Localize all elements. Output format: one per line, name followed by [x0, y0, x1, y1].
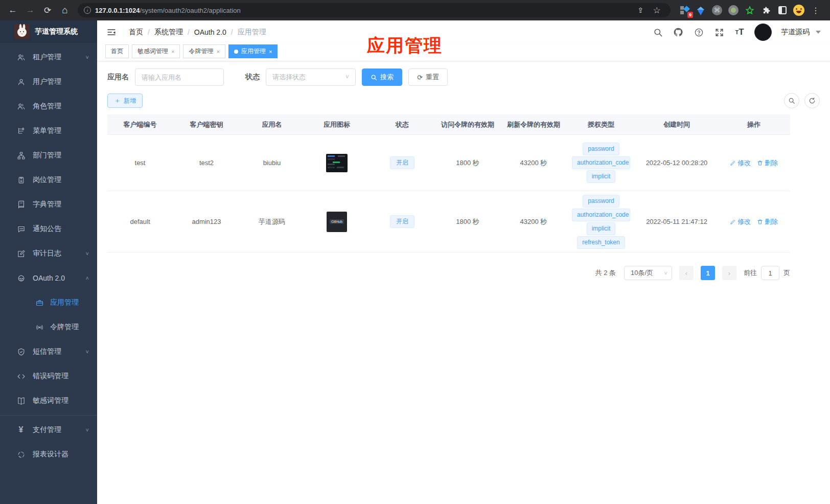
delete-button[interactable]: 删除: [757, 158, 778, 168]
help-icon[interactable]: [693, 27, 704, 38]
sidebar-item-errorcode[interactable]: 错误码管理: [0, 364, 97, 388]
yen-icon: ¥: [16, 425, 26, 434]
reset-button[interactable]: ⟳ 重置: [408, 68, 448, 86]
page-suffix-label: 页: [783, 268, 790, 278]
chevron-down-icon: ˅: [86, 349, 89, 355]
browser-home-button[interactable]: ⌂: [57, 3, 73, 18]
sidebar-item-post[interactable]: 岗位管理: [0, 168, 97, 192]
browser-menu-icon[interactable]: ⋮: [810, 6, 822, 15]
page-number-button[interactable]: 1: [701, 266, 715, 280]
app-logo-rabbit-icon: [14, 24, 30, 39]
sidebar-item-oauth2[interactable]: OAuth 2.0 ˄: [0, 266, 97, 290]
user-avatar[interactable]: [754, 24, 772, 41]
breadcrumb-system[interactable]: 系统管理: [154, 28, 183, 37]
bookmark-star-icon[interactable]: ☆: [649, 3, 664, 18]
table-row: default admin123 芋道源码 GitHub 开启 1800 秒 4…: [107, 191, 790, 253]
goto-page-input[interactable]: [761, 266, 779, 280]
status-badge[interactable]: 开启: [390, 156, 414, 169]
breadcrumb-home[interactable]: 首页: [129, 28, 143, 37]
search-icon[interactable]: [652, 27, 663, 38]
page-size-select[interactable]: 10条/页˅: [624, 266, 672, 280]
edit-button[interactable]: 修改: [730, 217, 751, 226]
profile-avatar-icon[interactable]: [793, 5, 804, 16]
sidebar-menu: 租户管理 ˅ 用户管理 角色管理 菜单管理 部门管理 岗位管理: [0, 43, 97, 504]
briefcase-icon: [35, 298, 44, 307]
extensions-puzzle-icon[interactable]: [760, 5, 772, 16]
sidebar-item-sms[interactable]: 短信管理 ˅: [0, 339, 97, 364]
grant-type-tags: password authorization_code implicit ref…: [568, 195, 634, 249]
fullscreen-icon[interactable]: [713, 27, 725, 38]
extension-star-icon[interactable]: [744, 5, 755, 16]
sidebar-collapse-icon[interactable]: [106, 27, 117, 37]
close-icon[interactable]: ×: [269, 49, 272, 55]
sidebar-item-tenant[interactable]: 租户管理 ˅: [0, 45, 97, 70]
extension-grid-icon[interactable]: 9: [679, 5, 690, 16]
grant-tag: authorization_code: [572, 209, 630, 221]
search-button[interactable]: 搜索: [362, 68, 402, 86]
sidebar-item-menu[interactable]: 菜单管理: [0, 119, 97, 143]
browser-back-button[interactable]: ←: [5, 3, 20, 18]
signal-broadcast-icon: [35, 323, 44, 332]
share-icon[interactable]: ⇪: [633, 3, 648, 18]
app-name-input[interactable]: [135, 68, 224, 86]
sidebar-item-notice[interactable]: 通知公告: [0, 217, 97, 241]
grant-tag: authorization_code: [572, 156, 630, 169]
chat-bubble-icon: [16, 224, 26, 234]
report-wheel-icon: [16, 450, 26, 459]
tab-token[interactable]: 令牌管理×: [183, 44, 225, 58]
status-badge[interactable]: 开启: [390, 215, 414, 228]
chevron-down-icon: ˅: [86, 250, 89, 257]
sidebar-item-report-designer[interactable]: 报表设计器: [0, 442, 97, 467]
extension-record-icon[interactable]: [728, 5, 739, 16]
sidebar-item-sensitive-word[interactable]: 敏感词管理: [0, 388, 97, 413]
roles-icon: [16, 102, 26, 111]
sidebar-item-dict[interactable]: 字典管理: [0, 192, 97, 217]
sidebar-item-payment[interactable]: ¥ 支付管理 ˅: [0, 418, 97, 442]
font-size-icon[interactable]: TT: [734, 27, 745, 38]
extension-command-icon[interactable]: ⌘: [711, 5, 723, 16]
sidebar-item-audit-log[interactable]: 审计日志 ˅: [0, 241, 97, 266]
book-icon: [16, 200, 26, 209]
delete-button[interactable]: 删除: [757, 217, 778, 226]
edit-button[interactable]: 修改: [730, 158, 751, 168]
next-page-button[interactable]: ›: [722, 266, 736, 280]
github-icon[interactable]: [673, 27, 684, 38]
grant-tag: implicit: [587, 170, 616, 183]
chevron-down-icon: ˅: [664, 270, 667, 276]
site-info-icon[interactable]: i: [84, 7, 91, 14]
status-select[interactable]: 请选择状态˅: [266, 68, 356, 86]
address-bar[interactable]: i 127.0.0.1:1024/system/oauth2/oauth2/ap…: [78, 3, 671, 17]
url-text: 127.0.0.1:1024/system/oauth2/oauth2/appl…: [95, 7, 241, 14]
close-icon[interactable]: ×: [216, 49, 219, 55]
refresh-table-button[interactable]: [804, 93, 820, 108]
cell-secret: test2: [173, 159, 240, 167]
close-icon[interactable]: ×: [171, 49, 174, 55]
split-view-icon[interactable]: [777, 5, 788, 16]
tab-application[interactable]: 应用管理×: [228, 44, 278, 58]
extension-kite-icon[interactable]: [695, 5, 706, 16]
cell-created: 2022-05-12 00:28:20: [636, 159, 718, 167]
filter-form: 应用名 状态 请选择状态˅ 搜索 ⟳ 重置: [107, 68, 820, 86]
prev-page-button[interactable]: ‹: [679, 266, 694, 280]
cell-refresh-ttl: 43200 秒: [501, 158, 566, 168]
user-menu-caret-icon[interactable]: [816, 31, 821, 34]
tabs-bar: 首页 敏感词管理× 令牌管理× 应用管理×: [97, 44, 830, 61]
browser-forward-button[interactable]: →: [22, 3, 38, 18]
toggle-search-button[interactable]: [784, 93, 799, 108]
sidebar-item-dept[interactable]: 部门管理: [0, 143, 97, 168]
add-button[interactable]: ＋ 新增: [107, 94, 143, 108]
browser-reload-button[interactable]: ⟳: [40, 3, 55, 18]
sidebar-item-user[interactable]: 用户管理: [0, 70, 97, 94]
robot-icon: [16, 273, 26, 283]
grant-type-tags: password authorization_code implicit: [568, 143, 634, 183]
app-logo-row[interactable]: 芋道管理系统: [0, 20, 97, 43]
sidebar-item-oauth-token[interactable]: 令牌管理: [0, 315, 97, 339]
sidebar-item-oauth-application[interactable]: 应用管理: [0, 290, 97, 315]
cell-refresh-ttl: 43200 秒: [501, 217, 566, 226]
tab-sensitive-word[interactable]: 敏感词管理×: [132, 44, 180, 58]
tab-home[interactable]: 首页: [105, 44, 129, 58]
pagination: 共 2 条 10条/页˅ ‹ 1 › 前往 页: [107, 266, 790, 280]
plus-icon: ＋: [114, 96, 121, 105]
breadcrumb-oauth[interactable]: OAuth 2.0: [194, 28, 226, 36]
sidebar-item-role[interactable]: 角色管理: [0, 94, 97, 119]
